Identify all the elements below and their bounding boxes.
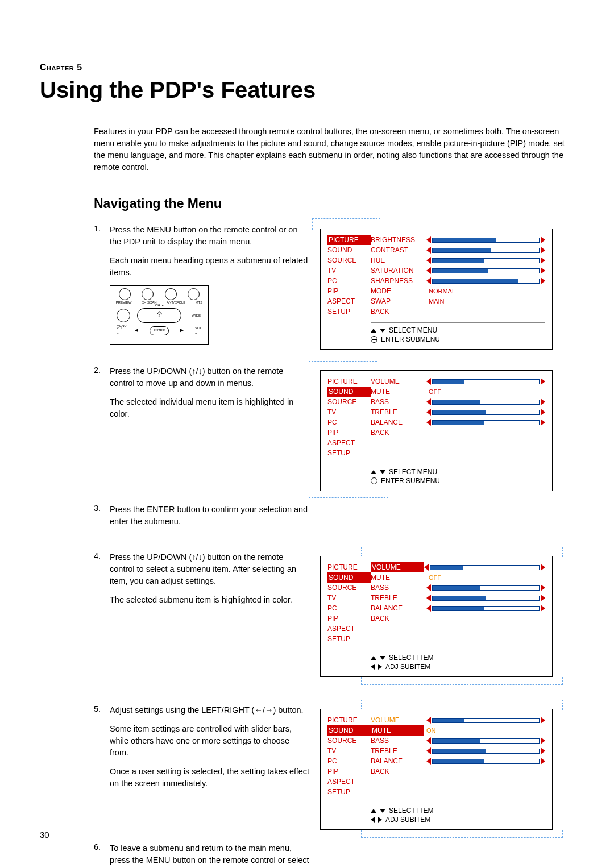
page-number: 30 bbox=[40, 830, 49, 840]
osd-sub-control bbox=[426, 236, 545, 243]
osd-screenshot-4: PICTURESOUNDSOURCETVPCPIPASPECTSETUPVOLU… bbox=[316, 704, 557, 834]
osd-sub-control bbox=[426, 257, 545, 264]
osd-sub-label: TREBLE bbox=[371, 593, 426, 603]
osd-sub-label: SATURATION bbox=[371, 265, 426, 276]
osd-menu-item: TV bbox=[327, 265, 371, 276]
osd-menu-item: PC bbox=[327, 603, 371, 613]
osd-sub-label: BASS bbox=[371, 397, 426, 407]
osd-sub-label: MUTE bbox=[371, 725, 424, 736]
osd-menu-item: PIP bbox=[327, 613, 371, 624]
osd-hint: SELECT MENUENTER SUBMENU bbox=[371, 464, 545, 491]
osd-sub-control bbox=[426, 398, 545, 405]
osd-sub-label: BALANCE bbox=[371, 417, 426, 427]
osd-screenshot-2: PICTURESOUNDSOURCETVPCPIPASPECTSETUPVOLU… bbox=[316, 366, 557, 496]
osd-menu-item: SOUND bbox=[327, 572, 371, 583]
osd-sub-label: TREBLE bbox=[371, 407, 426, 417]
osd-menu-item: ASPECT bbox=[327, 296, 371, 306]
section-heading: Navigating the Menu bbox=[94, 196, 574, 211]
osd-menu-item: SOURCE bbox=[327, 397, 371, 407]
osd-menu-item: SOUND bbox=[327, 725, 371, 736]
osd-sub-label: BASS bbox=[371, 583, 426, 593]
page-title: Using the PDP's Features bbox=[40, 77, 574, 103]
osd-sub-label: MUTE bbox=[371, 387, 426, 397]
chapter-label: Chapter 5 bbox=[40, 63, 574, 73]
osd-menu-item: PICTURE bbox=[327, 376, 371, 387]
osd-sub-control bbox=[426, 595, 545, 601]
osd-sub-control bbox=[424, 564, 545, 571]
osd-sub-control bbox=[426, 747, 545, 754]
osd-menu-item: PIP bbox=[327, 766, 371, 776]
osd-sub-label: BALANCE bbox=[371, 756, 426, 766]
step-number: 2. bbox=[94, 366, 110, 427]
osd-sub-control: NORMAL bbox=[426, 286, 545, 296]
osd-sub-control: OFF bbox=[426, 573, 545, 583]
step-body: Press the UP/DOWN (↑/↓) button on the re… bbox=[110, 551, 310, 613]
osd-sub-control bbox=[426, 378, 545, 385]
osd-menu-item: SETUP bbox=[327, 634, 371, 644]
osd-screenshot-1: PICTURESOUNDSOURCETVPCPIPASPECTSETUPBRIG… bbox=[316, 224, 557, 354]
step-body: To leave a submenu and return to the mai… bbox=[110, 842, 310, 868]
osd-menu-item: ASPECT bbox=[327, 438, 371, 448]
osd-menu-item: PIP bbox=[327, 427, 371, 438]
osd-sub-label: BACK bbox=[371, 427, 426, 438]
osd-sub-control bbox=[426, 737, 545, 744]
osd-sub-control: OFF bbox=[426, 387, 545, 397]
osd-sub-label: MODE bbox=[371, 286, 426, 296]
osd-sub-control bbox=[426, 267, 545, 274]
osd-menu-item: PICTURE bbox=[327, 562, 371, 572]
osd-sub-label: TREBLE bbox=[371, 746, 426, 756]
remote-illustration: PREVIEWCH SCANANT/CABLEMTS MENU CH ▲ ↕ W… bbox=[110, 285, 209, 345]
osd-sub-control: ON bbox=[424, 726, 545, 736]
osd-menu-item: SETUP bbox=[327, 787, 371, 797]
step-body: Press the UP/DOWN (↑/↓) button on the re… bbox=[110, 366, 310, 427]
osd-hint: SELECT ITEMADJ SUBITEM bbox=[371, 803, 545, 829]
osd-sub-label: MUTE bbox=[371, 572, 426, 583]
osd-menu-item: SOUND bbox=[327, 245, 371, 255]
osd-sub-control bbox=[426, 758, 545, 765]
osd-sub-label: BALANCE bbox=[371, 603, 426, 613]
osd-sub-control bbox=[426, 717, 545, 724]
osd-menu-item: SETUP bbox=[327, 306, 371, 317]
osd-menu-item: SOURCE bbox=[327, 583, 371, 593]
osd-sub-label: BACK bbox=[371, 766, 426, 776]
step-number: 3. bbox=[94, 504, 110, 534]
intro-paragraph: Features in your PDP can be accessed thr… bbox=[94, 126, 574, 173]
osd-sub-control bbox=[426, 605, 545, 612]
osd-sub-label: VOLUME bbox=[371, 715, 426, 725]
osd-hint: SELECT ITEMADJ SUBITEM bbox=[371, 650, 545, 676]
step-number: 4. bbox=[94, 551, 110, 613]
osd-sub-control bbox=[426, 409, 545, 416]
osd-menu-item: PICTURE bbox=[327, 715, 371, 725]
osd-sub-label: BACK bbox=[371, 306, 426, 317]
osd-menu-item: PIP bbox=[327, 286, 371, 296]
osd-menu-item: PC bbox=[327, 756, 371, 766]
osd-sub-control bbox=[426, 247, 545, 254]
osd-menu-item: PC bbox=[327, 417, 371, 427]
osd-sub-control bbox=[426, 277, 545, 284]
step-body: Press the ENTER button to confirm your s… bbox=[110, 504, 310, 534]
osd-menu-item: SOURCE bbox=[327, 255, 371, 265]
osd-menu-item: PICTURE bbox=[327, 235, 371, 245]
osd-sub-control bbox=[426, 584, 545, 591]
osd-sub-label: BASS bbox=[371, 736, 426, 746]
osd-menu-item: TV bbox=[327, 593, 371, 603]
osd-sub-label: VOLUME bbox=[371, 562, 424, 572]
step-body: Adjust settings using the LEFT/RIGHT (←/… bbox=[110, 704, 310, 796]
osd-menu-item: SETUP bbox=[327, 448, 371, 458]
osd-sub-label: SWAP bbox=[371, 296, 426, 306]
osd-sub-control bbox=[426, 419, 545, 426]
osd-sub-label: HUE bbox=[371, 255, 426, 265]
osd-hint: SELECT MENUENTER SUBMENU bbox=[371, 322, 545, 349]
osd-screenshot-3: PICTURESOUNDSOURCETVPCPIPASPECTSETUPVOLU… bbox=[316, 551, 557, 682]
osd-menu-item: SOUND bbox=[327, 387, 371, 397]
osd-menu-item: TV bbox=[327, 407, 371, 417]
osd-menu-item: PC bbox=[327, 276, 371, 286]
osd-menu-item: ASPECT bbox=[327, 776, 371, 787]
step-body: Press the MENU button on the remote cont… bbox=[110, 224, 310, 351]
osd-sub-label: SHARPNESS bbox=[371, 276, 426, 286]
step-number: 6. bbox=[94, 842, 110, 868]
osd-sub-label: CONTRAST bbox=[371, 245, 426, 255]
osd-menu-item: SOURCE bbox=[327, 736, 371, 746]
osd-menu-item: TV bbox=[327, 746, 371, 756]
osd-sub-label: BRIGHTNESS bbox=[371, 235, 426, 245]
